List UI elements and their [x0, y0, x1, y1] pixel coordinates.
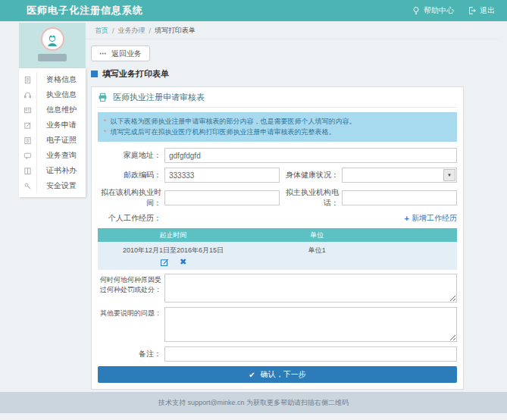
- breadcrumb-home[interactable]: 首页: [95, 26, 108, 36]
- work-history-table: 起止时间 单位 2010年12月1日至2016年6月15日 单位1: [98, 228, 457, 270]
- remark-label: 备注：: [98, 349, 161, 359]
- breadcrumb-separator: /: [112, 27, 114, 35]
- menu-label: 证书补办: [37, 165, 77, 176]
- book-icon: [19, 163, 37, 178]
- add-work-history-link[interactable]: + 新增工作经历: [405, 213, 457, 224]
- notice-line: * 以下表格为医师执业注册申请审核表的部分内容，也是需要医师个人填写的内容。: [104, 116, 451, 127]
- confirm-next-label: 确认，下一步: [261, 369, 306, 380]
- printer-icon: [98, 92, 108, 102]
- key-icon: [19, 178, 37, 193]
- menu-label: 资格信息: [37, 74, 77, 85]
- document-icon: [19, 72, 37, 87]
- practice-time-label: 拟在该机构执业时间：: [98, 187, 161, 208]
- asterisk-icon: *: [104, 127, 107, 137]
- logout-link[interactable]: 退出: [468, 5, 495, 16]
- row-actions: ✖: [98, 258, 249, 267]
- plus-icon: +: [405, 214, 409, 223]
- sidebar: 资格信息 执业信息 信息维护 业务申请: [19, 23, 86, 197]
- form-row-punishment: 何时何地何种原因受过何种处罚或处分：: [98, 274, 457, 302]
- form-row-remark: 备注：: [98, 346, 457, 362]
- postal-code-input[interactable]: [164, 168, 280, 183]
- header-actions: 帮助中心 退出: [412, 5, 495, 16]
- logout-icon: [468, 6, 477, 15]
- delete-row-icon[interactable]: ✖: [180, 258, 186, 267]
- menu-label: 信息维护: [37, 105, 77, 115]
- breadcrumb-current: 填写打印表单: [155, 26, 196, 36]
- id-card-icon: [19, 102, 37, 118]
- form-row-other-issues: 其他要说明的问题：: [98, 307, 457, 342]
- asterisk-icon: *: [104, 116, 107, 127]
- home-address-label: 家庭地址：: [98, 150, 161, 161]
- org-phone-input[interactable]: [342, 190, 457, 205]
- chat-icon: [19, 148, 37, 163]
- row-period: 2010年12月1日至2016年6月15日: [98, 246, 249, 255]
- chevron-down-icon[interactable]: ▼: [443, 169, 455, 181]
- form-row-postal-health: 邮政编码： 身体健康状况： ▼: [98, 168, 457, 183]
- footer-text: 技术支持 support@minke.cn 为获取更多帮助请扫描右侧二维码: [158, 398, 349, 408]
- sidebar-item-certificate-reissue[interactable]: 证书补办: [19, 163, 86, 178]
- sidebar-item-security-settings[interactable]: 安全设置: [19, 178, 86, 193]
- user-profile-block: [19, 23, 86, 68]
- breadcrumb: 首页 / 业务办理 / 填写打印表单: [86, 23, 498, 39]
- top-header: 医师电子化注册信息系统 帮助中心 退出: [0, 0, 507, 21]
- form: 家庭地址： 邮政编码： 身体健康状况： ▼ 拟在该机构执业时间： 拟主执业机构电…: [98, 148, 457, 383]
- column-header-unit: 单位: [249, 230, 385, 240]
- form-row-work-history: 个人工作经历： + 新增工作经历: [98, 213, 457, 224]
- menu-label: 执业信息: [37, 89, 77, 100]
- notice-text: 填写完成后可在拟执业医疗机构打印医师执业注册申请审核表的完整表格。: [111, 127, 336, 137]
- row-unit: 单位1: [249, 246, 385, 255]
- main-content: 首页 / 业务办理 / 填写打印表单 ⋯ 返回业务 填写业务打印表单 医师执业注…: [86, 23, 498, 390]
- table-row: 2010年12月1日至2016年6月15日 单位1 ✖: [98, 242, 457, 270]
- sidebar-item-business-query[interactable]: 业务查询: [19, 148, 86, 163]
- health-status-label: 身体健康状况：: [283, 170, 339, 180]
- return-business-button[interactable]: ⋯ 返回业务: [91, 45, 150, 61]
- sidebar-item-business-application[interactable]: 业务申请: [19, 118, 86, 133]
- help-center-label: 帮助中心: [424, 5, 454, 16]
- sidebar-item-qualification-info[interactable]: 资格信息: [19, 72, 86, 87]
- doctor-icon: [45, 32, 60, 47]
- edit-icon: [19, 118, 37, 133]
- title-square-icon: [91, 71, 98, 77]
- sidebar-menu: 资格信息 执业信息 信息维护 业务申请: [19, 68, 86, 197]
- panel-title: 医师执业注册申请审核表: [113, 92, 205, 103]
- notice-text: 以下表格为医师执业注册申请审核表的部分内容，也是需要医师个人填写的内容。: [111, 116, 356, 127]
- help-center-link[interactable]: 帮助中心: [412, 5, 454, 16]
- sidebar-item-info-maintenance[interactable]: 信息维护: [19, 102, 86, 118]
- practice-time-input[interactable]: [164, 190, 280, 205]
- table-row-values: 2010年12月1日至2016年6月15日 单位1: [98, 246, 457, 255]
- logout-label: 退出: [480, 5, 495, 16]
- postal-code-label: 邮政编码：: [98, 170, 161, 180]
- health-status-select[interactable]: ▼: [342, 168, 457, 183]
- sidebar-item-practice-info[interactable]: 执业信息: [19, 87, 86, 102]
- lightbulb-icon: [412, 6, 421, 15]
- breadcrumb-section[interactable]: 业务办理: [118, 26, 146, 36]
- headset-icon: [19, 87, 37, 102]
- punishment-label: 何时何地何种原因受过何种处罚或处分：: [98, 274, 161, 295]
- menu-label: 业务查询: [37, 150, 77, 161]
- menu-label: 电子证照: [37, 135, 77, 146]
- org-phone-label: 拟主执业机构电话：: [283, 187, 339, 208]
- ellipsis-icon: ⋯: [99, 49, 107, 58]
- confirm-next-button[interactable]: ✔ 确认，下一步: [98, 366, 457, 383]
- review-form-panel: 医师执业注册申请审核表 * 以下表格为医师执业注册申请审核表的部分内容，也是需要…: [91, 86, 464, 390]
- work-history-label: 个人工作经历：: [98, 213, 161, 224]
- app-title: 医师电子化注册信息系统: [27, 4, 143, 17]
- notice-box: * 以下表格为医师执业注册申请审核表的部分内容，也是需要医师个人填写的内容。 *…: [98, 112, 457, 142]
- form-row-time-phone: 拟在该机构执业时间： 拟主执业机构电话：: [98, 187, 457, 208]
- return-business-label: 返回业务: [111, 49, 142, 59]
- breadcrumb-separator: /: [149, 27, 152, 35]
- home-address-input[interactable]: [164, 148, 457, 163]
- footer-bar: 技术支持 support@minke.cn 为获取更多帮助请扫描右侧二维码: [0, 392, 507, 413]
- column-header-period: 起止时间: [98, 230, 249, 240]
- menu-label: 安全设置: [37, 180, 77, 191]
- form-row-home-address: 家庭地址：: [98, 148, 457, 163]
- edit-row-icon[interactable]: [160, 258, 169, 267]
- other-issues-textarea[interactable]: [164, 307, 457, 342]
- notice-line: * 填写完成后可在拟执业医疗机构打印医师执业注册申请审核表的完整表格。: [104, 127, 451, 137]
- panel-header: 医师执业注册申请审核表: [98, 87, 457, 108]
- work-history-table-header: 起止时间 单位: [98, 228, 457, 242]
- add-work-history-label: 新增工作经历: [412, 213, 457, 224]
- remark-input[interactable]: [164, 346, 457, 362]
- sidebar-item-e-certificate[interactable]: 电子证照: [19, 133, 86, 148]
- punishment-textarea[interactable]: [164, 274, 457, 302]
